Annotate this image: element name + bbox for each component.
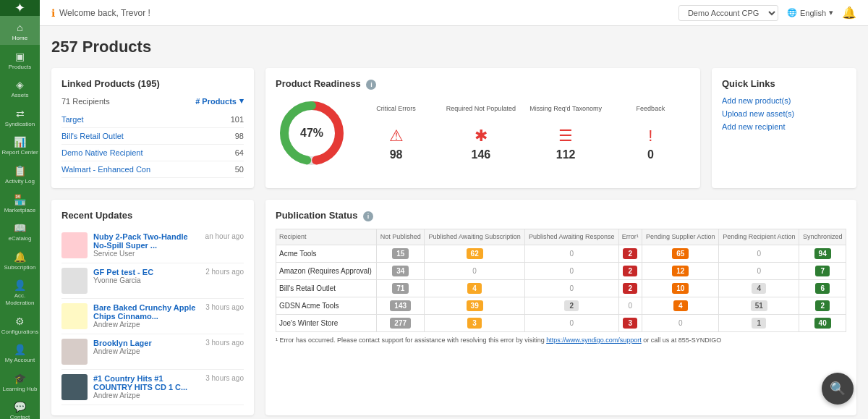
metric-item: Missing Req'd Taxonomy☰112 (527, 105, 605, 161)
sidebar-label: Marketplace (4, 207, 36, 214)
metric-item: Critical Errors⚠98 (357, 105, 435, 161)
sidebar-item-activity-log[interactable]: 📋 Activity Log (0, 159, 40, 188)
quick-link[interactable]: Add new product(s) (722, 96, 846, 105)
recipient-name[interactable]: Walmart - Enhanced Con (61, 165, 150, 174)
sidebar-label: Configurations (1, 329, 39, 336)
table-header: Published Awaiting Response (525, 229, 619, 245)
topbar-right: Demo Account CPG 🌐 English ▾ 🔔 (678, 5, 856, 21)
status-badge: 39 (467, 300, 483, 311)
recipient-name-cell[interactable]: GDSN Acme Tools (276, 297, 377, 314)
account-icon: 👤 (14, 344, 26, 355)
sidebar: ✦ ⌂ Home ▣ Products ◈ Assets ⇄ Syndicati… (0, 0, 40, 419)
pub-status-table: RecipientNot PublishedPublished Awaiting… (276, 229, 846, 332)
status-badge: 2 (525, 297, 619, 314)
pub-status-info-icon[interactable]: i (363, 211, 373, 221)
update-time: 3 hours ago (205, 339, 244, 347)
sidebar-item-assets[interactable]: ◈ Assets (0, 73, 40, 102)
update-thumbnail (61, 374, 88, 400)
sidebar-label: Home (12, 35, 27, 42)
sidebar-label: Syndication (5, 121, 35, 128)
language-selector[interactable]: 🌐 English ▾ (787, 8, 833, 17)
table-header: Pending Supplier Action (642, 229, 719, 245)
sidebar-item-acc-moderation[interactable]: 👤 Acc. Moderation (0, 274, 40, 309)
account-selector[interactable]: Demo Account CPG (678, 5, 778, 21)
recipient-name[interactable]: Demo Native Recipient (61, 148, 143, 157)
notification-bell-icon[interactable]: 🔔 (842, 6, 856, 20)
sort-arrow-icon: ▾ (239, 96, 244, 106)
update-product-name[interactable]: #1 Country Hits #1 COUNTRY HITS CD 1 C..… (93, 374, 200, 392)
content-area: 257 Products Linked Products (195) 71 Re… (40, 26, 868, 419)
readiness-info-icon[interactable]: i (366, 80, 376, 90)
update-info: Bare Baked Crunchy Apple Chips Cinnamo..… (93, 303, 200, 329)
sidebar-item-my-account[interactable]: 👤 My Account (0, 338, 40, 367)
search-fab[interactable]: 🔍 (822, 373, 854, 405)
update-product-name[interactable]: GF Pet test - EC (93, 268, 200, 276)
recipient-count: 50 (235, 165, 244, 174)
update-product-name[interactable]: Nuby 2-Pack Two-Handle No-Spill Super ..… (93, 232, 200, 250)
status-badge: 1 (752, 318, 766, 329)
status-badge: 3 (425, 314, 525, 331)
status-badge: 34 (392, 266, 409, 276)
sidebar-item-learning-hub[interactable]: 🎓 Learning Hub (0, 367, 40, 396)
table-header: Pending Recipient Action (719, 229, 799, 245)
recipient-name-cell[interactable]: Acme Tools (276, 245, 377, 262)
search-icon: 🔍 (830, 381, 846, 397)
sidebar-item-contact-support[interactable]: 💬 Contact Support (0, 395, 40, 419)
sidebar-item-marketplace[interactable]: 🏪 Marketplace (0, 188, 40, 217)
status-badge: 65 (672, 248, 689, 259)
status-badge: 7 (815, 266, 830, 276)
sidebar-item-configurations[interactable]: ⚙ Configurations (0, 310, 40, 339)
status-badge: 65 (642, 245, 719, 262)
sidebar-label: Report Center (1, 149, 38, 156)
recipient-name-cell[interactable]: Bill's Retail Outlet (276, 279, 377, 297)
status-badge: 143 (390, 300, 411, 311)
recipient-name[interactable]: Bill's Retail Outlet (61, 132, 124, 140)
products-sort[interactable]: # Products ▾ (195, 96, 244, 106)
status-badge: 34 (377, 262, 425, 279)
sidebar-item-subscription[interactable]: 🔔 Subscription (0, 245, 40, 274)
status-badge: 3 (623, 318, 637, 329)
status-badge: 6 (799, 279, 846, 297)
status-badge: 10 (642, 279, 719, 297)
learning-icon: 🎓 (14, 373, 26, 384)
error-link[interactable]: https://www.syndigo.com/support (546, 337, 642, 344)
sidebar-item-report-center[interactable]: 📊 Report Center (0, 130, 40, 159)
page-title: 257 Products (51, 38, 856, 56)
update-product-name[interactable]: Brooklyn Lager (93, 339, 200, 347)
recipient-name-cell[interactable]: Joe's Winter Store (276, 314, 377, 331)
status-badge: 0 (525, 262, 619, 279)
quick-link[interactable]: Add new recipient (722, 122, 846, 131)
alert-icon: ℹ (51, 7, 55, 19)
status-badge: 0 (525, 279, 619, 297)
metric-icon: ⚠ (389, 127, 404, 145)
status-badge: 4 (425, 279, 525, 297)
subscription-icon: 🔔 (14, 251, 26, 263)
sidebar-item-syndication[interactable]: ⇄ Syndication (0, 102, 40, 131)
updates-list: Nuby 2-Pack Two-Handle No-Spill Super ..… (61, 228, 244, 405)
bottom-row: Recent Updates Nuby 2-Pack Two-Handle No… (51, 200, 856, 415)
status-badge: 4 (752, 283, 766, 294)
recipients-count: 71 Recipients (61, 97, 110, 106)
recipient-name-cell[interactable]: Amazon (Requires Approval) (276, 262, 377, 279)
status-badge: 4 (719, 279, 799, 297)
status-badge: 94 (799, 245, 846, 262)
status-badge: 4 (642, 297, 719, 314)
status-badge: 4 (673, 300, 688, 311)
table-header: Error¹ (618, 229, 642, 245)
update-thumbnail (61, 232, 88, 258)
quick-link[interactable]: Upload new asset(s) (722, 109, 846, 118)
sidebar-label: Subscription (4, 264, 35, 271)
pub-status-title: Publication Status i (276, 210, 846, 221)
update-product-name[interactable]: Bare Baked Crunchy Apple Chips Cinnamo..… (93, 303, 200, 321)
table-row: Joe's Winter Store2773030140 (276, 314, 846, 331)
sidebar-item-products[interactable]: ▣ Products (0, 45, 40, 74)
product-readiness-card: Product Readiness i 47% Critical Errors⚠… (265, 68, 700, 188)
sidebar-item-ecatalog[interactable]: 📖 eCatalog (0, 216, 40, 245)
recipient-count: 98 (235, 132, 244, 140)
recipient-name[interactable]: Target (61, 115, 84, 124)
status-badge: 4 (467, 283, 482, 294)
status-badge: 51 (751, 300, 767, 311)
status-badge: 62 (425, 245, 525, 262)
status-badge: 2 (799, 297, 846, 314)
sidebar-item-home[interactable]: ⌂ Home (0, 16, 40, 45)
